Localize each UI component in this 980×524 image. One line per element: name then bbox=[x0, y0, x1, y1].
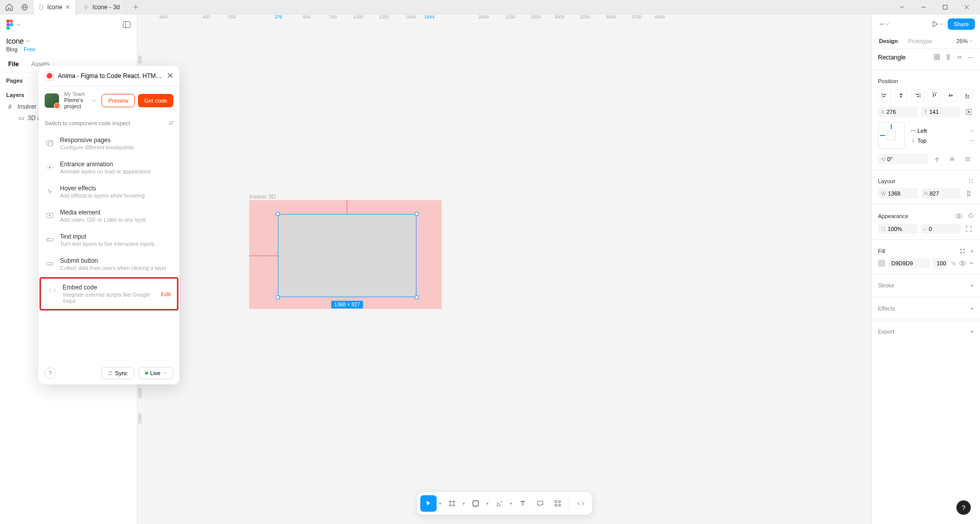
close-icon[interactable]: ✕ bbox=[167, 71, 173, 81]
actions-tool[interactable] bbox=[549, 495, 566, 512]
tab-prototype[interactable]: Prototype bbox=[903, 34, 937, 48]
comment-tool[interactable] bbox=[532, 495, 548, 512]
resize-handle[interactable] bbox=[415, 212, 418, 216]
constraint-diagram[interactable] bbox=[878, 122, 905, 149]
live-button[interactable]: Live bbox=[138, 367, 173, 379]
plugin-item-responsive[interactable]: Responsive pages Configure different bre… bbox=[38, 131, 179, 156]
align-center-icon[interactable] bbox=[894, 89, 908, 102]
getcode-button[interactable]: Get code bbox=[138, 94, 173, 107]
align-right-icon[interactable] bbox=[911, 89, 924, 102]
chevron-down-icon[interactable]: ▾ bbox=[508, 501, 513, 506]
flip-h-icon[interactable] bbox=[931, 154, 943, 164]
switch-label[interactable]: Switch to component code inspect bbox=[45, 120, 130, 126]
project-name[interactable]: Icone bbox=[6, 37, 131, 45]
resize-handle[interactable] bbox=[276, 296, 279, 299]
preview-button[interactable]: Preview bbox=[102, 94, 135, 107]
lock-ratio-icon[interactable] bbox=[964, 188, 974, 199]
h-input[interactable] bbox=[930, 190, 957, 197]
figma-menu[interactable] bbox=[6, 20, 21, 30]
align-middle-icon[interactable] bbox=[944, 89, 957, 102]
effects-section[interactable]: Effects+ bbox=[872, 300, 980, 317]
minimize-button[interactable] bbox=[913, 0, 934, 14]
blend-icon[interactable] bbox=[968, 212, 974, 220]
remove-icon[interactable]: − bbox=[969, 259, 974, 268]
text-tool[interactable] bbox=[514, 495, 531, 512]
more-icon[interactable]: ⋯ bbox=[968, 54, 974, 61]
chevron-down-icon bbox=[970, 139, 974, 143]
plugin-item-media[interactable]: Media element Add video, GIF or Lottie t… bbox=[38, 204, 179, 228]
radius-input[interactable] bbox=[929, 226, 957, 232]
plugin-item-entrance[interactable]: Entrance animation Animate layers on loa… bbox=[38, 156, 179, 180]
rectangle-tool[interactable] bbox=[467, 495, 484, 512]
constraint-v-select[interactable]: ⤓ Top bbox=[911, 137, 974, 144]
grid-icon[interactable] bbox=[934, 54, 940, 61]
fill-color-input[interactable] bbox=[888, 258, 930, 268]
fill-swatch[interactable] bbox=[878, 260, 885, 267]
selected-rectangle[interactable] bbox=[278, 214, 416, 297]
collapse-panel-icon[interactable] bbox=[123, 21, 131, 29]
add-fill-icon[interactable]: + bbox=[971, 248, 974, 254]
plugin-item-hover[interactable]: Hover effects Add effects to layers whil… bbox=[38, 180, 179, 204]
chevron-down-icon[interactable]: ▾ bbox=[485, 501, 490, 506]
eye-icon[interactable] bbox=[955, 212, 963, 220]
flip-v-icon[interactable] bbox=[946, 154, 958, 164]
align-bottom-icon[interactable] bbox=[961, 89, 974, 102]
close-icon[interactable]: ✕ bbox=[65, 4, 70, 11]
tab-file[interactable]: File bbox=[2, 56, 25, 72]
plugin-item-textinput[interactable]: Text input Turn text layers to live inte… bbox=[38, 228, 179, 252]
help-button[interactable]: ? bbox=[45, 367, 56, 379]
tab-design[interactable]: Design bbox=[874, 34, 903, 48]
maximize-button[interactable] bbox=[935, 0, 955, 14]
frame-tool[interactable] bbox=[444, 495, 460, 512]
styles-icon[interactable] bbox=[959, 248, 966, 254]
plan-link[interactable]: Free bbox=[24, 46, 35, 52]
link-icon[interactable] bbox=[956, 54, 963, 61]
rotation-input[interactable] bbox=[887, 156, 925, 162]
align-left-icon[interactable] bbox=[878, 89, 891, 102]
multiplayer-dropdown[interactable] bbox=[879, 22, 889, 27]
edit-link[interactable]: Edit bbox=[161, 291, 171, 297]
sync-button[interactable]: Sync bbox=[101, 367, 134, 379]
pen-tool[interactable] bbox=[491, 495, 507, 512]
more-transforms-icon[interactable] bbox=[962, 154, 974, 164]
plugin-item-embed[interactable]: Embed code Integrate external scripts li… bbox=[39, 277, 178, 310]
switch-icon[interactable]: ⇄ bbox=[169, 120, 173, 126]
export-section[interactable]: Export+ bbox=[872, 323, 980, 340]
frame-label[interactable]: Insérer 3D bbox=[249, 193, 275, 200]
add-tab-button[interactable]: + bbox=[129, 0, 143, 14]
close-button[interactable] bbox=[956, 0, 977, 14]
home-icon[interactable] bbox=[3, 1, 15, 13]
fill-alpha-input[interactable] bbox=[933, 258, 948, 268]
eye-icon[interactable] bbox=[959, 260, 966, 267]
resize-handle[interactable] bbox=[415, 296, 418, 299]
move-tool[interactable] bbox=[420, 495, 436, 512]
chevron-down-icon[interactable] bbox=[892, 0, 912, 14]
globe-icon[interactable] bbox=[18, 1, 31, 13]
x-input[interactable] bbox=[887, 109, 915, 115]
share-button[interactable]: Share bbox=[948, 18, 975, 30]
w-input[interactable] bbox=[888, 190, 914, 197]
corners-icon[interactable] bbox=[964, 224, 974, 234]
stroke-section[interactable]: Stroke+ bbox=[872, 277, 980, 294]
devmode-tool[interactable] bbox=[572, 495, 589, 512]
component-icon[interactable] bbox=[945, 54, 951, 61]
help-fab[interactable]: ? bbox=[956, 500, 971, 515]
zoom-select[interactable]: 25% bbox=[951, 34, 978, 48]
chevron-down-icon[interactable]: ▾ bbox=[461, 501, 466, 506]
constraint-h-select[interactable]: ↦ Left bbox=[911, 127, 974, 134]
y-input[interactable] bbox=[929, 109, 957, 115]
tab-active[interactable]: Icone ✕ bbox=[34, 0, 76, 14]
align-top-icon[interactable] bbox=[928, 89, 941, 102]
absolute-position-icon[interactable] bbox=[964, 107, 974, 117]
resize-handle[interactable] bbox=[276, 212, 279, 216]
tab-inactive[interactable]: Icone - 3d bbox=[79, 0, 125, 14]
present-button[interactable] bbox=[931, 21, 944, 28]
blog-link[interactable]: Blog bbox=[6, 46, 17, 52]
canvas[interactable]: -600 -400 -250 276 500 750 1000 1250 150… bbox=[137, 14, 871, 524]
team-selector[interactable]: My Team Pierre's project bbox=[64, 91, 86, 109]
chevron-down-icon[interactable]: ▾ bbox=[437, 501, 443, 506]
svg-rect-43 bbox=[900, 96, 902, 97]
opacity-input[interactable] bbox=[888, 226, 915, 232]
plugin-item-submit[interactable]: Submit button Collect data from users wh… bbox=[38, 252, 179, 276]
autolayout-icon[interactable] bbox=[968, 178, 974, 184]
